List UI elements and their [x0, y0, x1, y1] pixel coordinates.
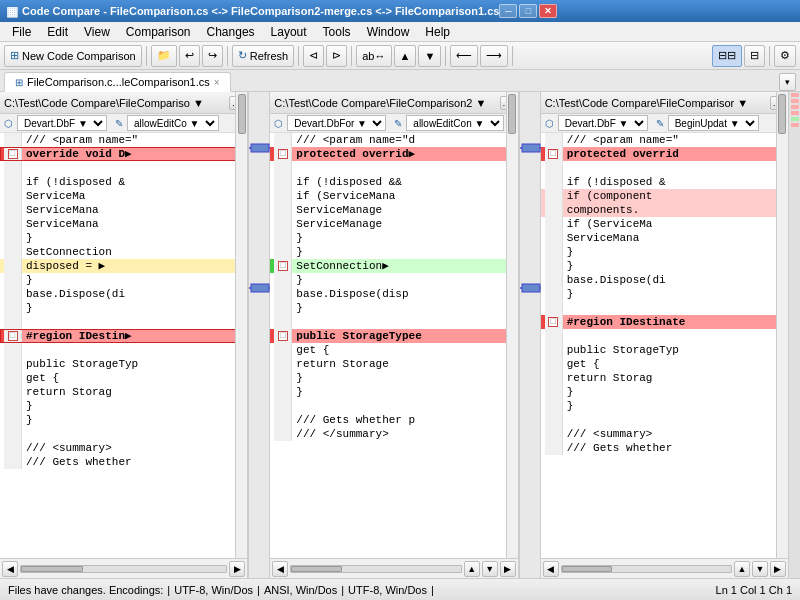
status-encoding-1: UTF-8, Win/Dos [174, 584, 253, 596]
toolbar-btn-3[interactable]: ↪ [202, 45, 223, 67]
line-gutter-21 [4, 427, 22, 441]
right-margin [788, 92, 800, 578]
code-line-21: /// </summary> [270, 427, 517, 441]
code-text-21: /// <summary> [563, 427, 788, 441]
menu-item-file[interactable]: File [4, 23, 39, 41]
panel-3-dropdown-2[interactable]: BeginUpdat ▼ [668, 115, 759, 131]
layout-button[interactable]: ⊟ [744, 45, 765, 67]
panel-3-nav-up[interactable]: ▲ [734, 561, 750, 577]
panel-2-dropdown-2[interactable]: allowEditCon ▼ [406, 115, 504, 131]
code-line-3: if (!disposed & [541, 175, 788, 189]
maximize-button[interactable]: □ [519, 4, 537, 18]
connector-svg-2 [520, 92, 542, 578]
panel-3-dropdown-1[interactable]: Devart.DbF ▼ [558, 115, 648, 131]
code-text-13: #region IDestinate [563, 315, 788, 329]
code-text-6: if (ServiceMa [563, 217, 788, 231]
line-gutter-3 [274, 175, 292, 189]
code-text-4: ServiceMa [22, 189, 247, 203]
toolbar-btn-2[interactable]: ↩ [179, 45, 200, 67]
toolbar-btn-8[interactable]: ▼ [418, 45, 441, 67]
panel-1-bottom-nav: ◀ ▶ [0, 558, 247, 578]
toolbar-btn-6[interactable]: ab↔ [356, 45, 391, 67]
panel-3-bottom-nav: ◀ ▲ ▼ ▶ [541, 558, 788, 578]
settings-button[interactable]: ⚙ [774, 45, 796, 67]
panel-2-nav-up[interactable]: ▲ [464, 561, 480, 577]
menu-item-edit[interactable]: Edit [39, 23, 76, 41]
toolbar-btn-9[interactable]: ⟵ [450, 45, 478, 67]
panel-1-scroll-left[interactable]: ◀ [2, 561, 18, 577]
close-button[interactable]: ✕ [539, 4, 557, 18]
code-line-11: base.Dispose(di [0, 287, 247, 301]
code-text-17: } [292, 371, 517, 385]
toolbar-btn-1[interactable]: 📁 [151, 45, 177, 67]
tab-close-button[interactable]: × [214, 77, 220, 88]
line-gutter-7 [4, 231, 22, 245]
code-line-21 [0, 427, 247, 441]
code-line-10: base.Dispose(di [541, 273, 788, 287]
menu-item-layout[interactable]: Layout [263, 23, 315, 41]
margin-mark-5 [791, 117, 799, 121]
tab-label: FileComparison.c...leComparison1.cs [27, 76, 210, 88]
code-text-12: } [22, 301, 247, 315]
panel-1-dropdown-2[interactable]: allowEditCo ▼ [127, 115, 219, 131]
panel3-content-vscroll[interactable] [776, 92, 788, 558]
panel-2-db-icon: ⬡ [274, 118, 283, 129]
line-gutter-1: □ [4, 147, 22, 161]
panel-3-scroll-right[interactable]: ▶ [770, 561, 786, 577]
line-gutter-2 [4, 161, 22, 175]
code-text-10: } [22, 273, 247, 287]
code-line-13: □ #region IDestinate [541, 315, 788, 329]
separator-1 [146, 46, 147, 66]
menu-item-view[interactable]: View [76, 23, 118, 41]
menu-item-window[interactable]: Window [359, 23, 418, 41]
code-line-6: ServiceMana [0, 217, 247, 231]
code-text-19: } [563, 399, 788, 413]
status-separator-1: | [167, 584, 170, 596]
panel-2-dropdown-1[interactable]: Devart.DbFor ▼ [287, 115, 386, 131]
toolbar-btn-7[interactable]: ▲ [394, 45, 417, 67]
new-comparison-button[interactable]: ⊞ New Code Comparison [4, 45, 142, 67]
panel-2-nav-down[interactable]: ▼ [482, 561, 498, 577]
tab-scroll-button[interactable]: ▾ [779, 73, 796, 91]
code-line-1: □ protected overrid▶ [270, 147, 517, 161]
code-text-8: } [292, 245, 517, 259]
panel-2-content[interactable]: /// <param name="d□ protected overrid▶ i… [270, 133, 517, 558]
file-comparison-tab[interactable]: ⊞ FileComparison.c...leComparison1.cs × [4, 72, 231, 92]
toolbar-btn-10[interactable]: ⟶ [480, 45, 508, 67]
toolbar-btn-5[interactable]: ⊳ [326, 45, 347, 67]
panel2-content-vscroll[interactable] [506, 92, 518, 558]
toolbar-btn-4[interactable]: ⊲ [303, 45, 324, 67]
code-line-0: /// <param name="d [270, 133, 517, 147]
menu-item-comparison[interactable]: Comparison [118, 23, 199, 41]
refresh-button[interactable]: ↻ Refresh [232, 45, 295, 67]
menu-item-changes[interactable]: Changes [199, 23, 263, 41]
panel1-content-vscroll[interactable] [235, 92, 247, 558]
svg-rect-6 [522, 144, 540, 152]
code-line-9: disposed = ▶ [0, 259, 247, 273]
line-gutter-11 [545, 287, 563, 301]
minimize-button[interactable]: ─ [499, 4, 517, 18]
status-separator-4: | [431, 584, 434, 596]
code-text-15 [22, 343, 247, 357]
view-button[interactable]: ⊟⊟ [712, 45, 742, 67]
panel-1-content[interactable]: /// <param name="□ override void D▶ if (… [0, 133, 247, 558]
panel-1-dropdown-1[interactable]: Devart.DbF ▼ [17, 115, 107, 131]
menu-item-tools[interactable]: Tools [315, 23, 359, 41]
panel-2-scroll-left[interactable]: ◀ [272, 561, 288, 577]
code-text-12: } [292, 301, 517, 315]
panel-3-scroll-left[interactable]: ◀ [543, 561, 559, 577]
panel-3-content[interactable]: /// <param name="□ protected overrid if … [541, 133, 788, 558]
menu-item-help[interactable]: Help [417, 23, 458, 41]
separator-4 [351, 46, 352, 66]
code-line-9: □ SetConnection▶ [270, 259, 517, 273]
panel-1-scroll-right[interactable]: ▶ [229, 561, 245, 577]
code-line-13 [0, 315, 247, 329]
separator-6 [512, 46, 513, 66]
panel-2-scroll-right[interactable]: ▶ [500, 561, 516, 577]
line-gutter-17 [545, 371, 563, 385]
separator-5 [445, 46, 446, 66]
svg-rect-7 [522, 284, 540, 292]
line-gutter-0 [274, 133, 292, 147]
panel-3-nav-down[interactable]: ▼ [752, 561, 768, 577]
panel-1: C:\Test\Code Compare\FileCompariso ▼ … ⬡… [0, 92, 248, 578]
